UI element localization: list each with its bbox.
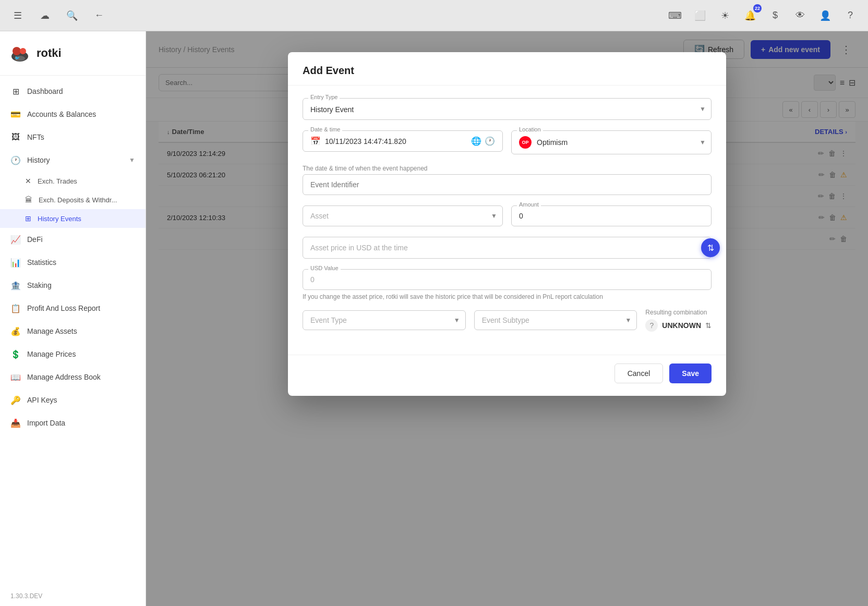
sidebar-item-label-accounts: Accounts & Balances xyxy=(27,110,96,118)
back-button[interactable]: ← xyxy=(90,6,108,25)
identifier-wrapper xyxy=(303,174,712,195)
event-identifier-input[interactable] xyxy=(310,180,704,189)
price-toggle-button[interactable]: ⇅ xyxy=(701,238,720,257)
notification-count: 22 xyxy=(753,4,762,13)
asset-price-placeholder: Asset price in USD at the time xyxy=(310,244,704,252)
sidebar-item-label-dashboard: Dashboard xyxy=(27,87,63,95)
logo-text: rotki xyxy=(37,46,62,60)
sidebar-item-label-pnl: Profit And Loss Report xyxy=(27,304,100,312)
datetime-hint: The date & time of when the event happen… xyxy=(303,165,712,172)
sidebar-item-defi[interactable]: 📈 DeFi xyxy=(0,228,146,251)
usd-value-input[interactable] xyxy=(310,275,704,284)
sidebar-item-label-exch-trades: Exch. Trades xyxy=(38,177,77,185)
svg-text:🐦: 🐦 xyxy=(15,55,20,60)
content-area: History / History Events 🔄 Refresh + Add… xyxy=(146,31,868,606)
combination-value: ? UNKNOWN ⇅ xyxy=(645,319,712,332)
sidebar-item-label-staking: Staking xyxy=(27,281,52,289)
history-events-icon: ⊞ xyxy=(25,214,31,223)
usd-hint: If you change the asset price, rotki wil… xyxy=(303,293,712,300)
window-button[interactable]: ⬜ xyxy=(691,6,709,25)
sidebar-item-staking[interactable]: 🏦 Staking xyxy=(0,274,146,297)
settings-button[interactable]: ☀ xyxy=(716,6,734,25)
staking-icon: 🏦 xyxy=(10,280,21,290)
globe-icon-button[interactable]: 🌐 xyxy=(471,136,481,146)
manage-address-book-icon: 📖 xyxy=(10,372,21,382)
accounts-icon: 💳 xyxy=(10,109,21,119)
dashboard-icon: ⊞ xyxy=(10,86,21,96)
sidebar-item-history-events[interactable]: ⊞ History Events xyxy=(0,209,146,228)
clock-icon-button[interactable]: 🕐 xyxy=(485,136,495,146)
sidebar-item-import-data[interactable]: 📥 Import Data xyxy=(0,411,146,434)
amount-label: Amount xyxy=(517,201,541,208)
sidebar-item-exch-deposits[interactable]: 🏛 Exch. Deposits & Withdr... xyxy=(0,190,146,209)
amount-input[interactable] xyxy=(519,212,704,220)
entry-type-select[interactable]: History Event xyxy=(310,105,704,114)
nfts-icon: 🖼 xyxy=(10,132,21,142)
location-label: Location xyxy=(517,126,543,132)
sidebar-item-label-statistics: Statistics xyxy=(27,258,56,266)
add-event-modal: Add Event Entry Type History Event ▼ xyxy=(288,52,726,396)
location-select[interactable]: Optimism xyxy=(537,138,704,147)
sidebar-item-label-defi: DeFi xyxy=(27,235,43,244)
datetime-actions: 🌐 🕐 xyxy=(471,136,495,146)
sidebar-item-manage-prices[interactable]: 💲 Manage Prices xyxy=(0,343,146,366)
save-button[interactable]: Save xyxy=(669,363,712,383)
topbar: ☰ ☁ 🔍 ← ⌨ ⬜ ☀ 🔔 22 $ 👁 👤 ? xyxy=(0,0,868,31)
sidebar-item-accounts[interactable]: 💳 Accounts & Balances xyxy=(0,103,146,126)
datetime-wrapper: Date & time 📅 🌐 🕐 xyxy=(303,130,503,152)
event-subtype-wrapper: Event Subtype ▼ xyxy=(474,310,637,330)
datetime-col: Date & time 📅 🌐 🕐 xyxy=(303,130,503,154)
entry-type-label: Entry Type xyxy=(308,94,340,100)
exch-deposits-icon: 🏛 xyxy=(25,196,32,204)
dollar-button[interactable]: $ xyxy=(766,6,785,25)
sidebar-item-manage-address-book[interactable]: 📖 Manage Address Book xyxy=(0,366,146,389)
search-button[interactable]: 🔍 xyxy=(63,6,81,25)
sidebar-item-label-manage-address-book: Manage Address Book xyxy=(27,373,101,381)
help-button[interactable]: ? xyxy=(841,6,860,25)
sidebar-item-label-import-data: Import Data xyxy=(27,419,65,427)
asset-select[interactable]: Asset xyxy=(310,212,495,220)
eye-button[interactable]: 👁 xyxy=(791,6,810,25)
manage-prices-icon: 💲 xyxy=(10,349,21,359)
sidebar-item-label-history: History xyxy=(27,156,50,164)
sidebar-item-label-exch-deposits: Exch. Deposits & Withdr... xyxy=(39,196,117,204)
sidebar-item-history[interactable]: 🕐 History ▼ xyxy=(0,149,146,172)
history-icon: 🕐 xyxy=(10,155,21,165)
defi-icon: 📈 xyxy=(10,234,21,245)
modal-body: Entry Type History Event ▼ Date & time xyxy=(288,86,726,355)
sidebar-item-statistics[interactable]: 📊 Statistics xyxy=(0,251,146,274)
sidebar-item-nfts[interactable]: 🖼 NFTs xyxy=(0,126,146,149)
sidebar-item-label-history-events: History Events xyxy=(38,215,81,223)
sidebar-item-dashboard[interactable]: ⊞ Dashboard xyxy=(0,80,146,103)
topbar-left: ☰ ☁ 🔍 ← xyxy=(8,6,108,25)
api-keys-icon: 🔑 xyxy=(10,395,21,405)
unknown-badge: ? xyxy=(645,319,658,332)
price-toggle-icon: ⇅ xyxy=(707,243,714,253)
sidebar-item-exch-trades[interactable]: ✕ Exch. Trades xyxy=(0,172,146,190)
datetime-label: Date & time xyxy=(308,126,342,132)
usd-label: USD Value xyxy=(308,265,341,271)
resulting-combination: Resulting combination ? UNKNOWN ⇅ xyxy=(645,309,712,332)
modal-footer: Cancel Save xyxy=(288,355,726,396)
sidebar-item-label-nfts: NFTs xyxy=(27,133,44,141)
event-subtype-select[interactable]: Event Subtype xyxy=(482,316,630,324)
cancel-button[interactable]: Cancel xyxy=(614,363,664,383)
sidebar-item-pnl[interactable]: 📋 Profit And Loss Report xyxy=(0,297,146,320)
swap-icon[interactable]: ⇅ xyxy=(705,321,712,330)
entry-type-wrapper: Entry Type History Event ▼ xyxy=(303,98,712,120)
event-type-select[interactable]: Event Type xyxy=(310,316,458,324)
datetime-input[interactable] xyxy=(325,137,467,146)
combination-label: Resulting combination xyxy=(645,309,712,316)
event-identifier-group xyxy=(303,174,712,195)
calendar-icon: 📅 xyxy=(310,136,321,146)
manage-assets-icon: 💰 xyxy=(10,326,21,336)
sidebar-item-api-keys[interactable]: 🔑 API Keys xyxy=(0,389,146,411)
asset-wrapper: Asset ▼ xyxy=(303,205,503,226)
sidebar-item-manage-assets[interactable]: 💰 Manage Assets xyxy=(0,320,146,343)
cloud-icon-button[interactable]: ☁ xyxy=(35,6,54,25)
hamburger-button[interactable]: ☰ xyxy=(8,6,27,25)
usd-value-wrapper: USD Value xyxy=(303,269,712,290)
import-data-icon: 📥 xyxy=(10,418,21,428)
code-button[interactable]: ⌨ xyxy=(666,6,684,25)
user-button[interactable]: 👤 xyxy=(816,6,835,25)
